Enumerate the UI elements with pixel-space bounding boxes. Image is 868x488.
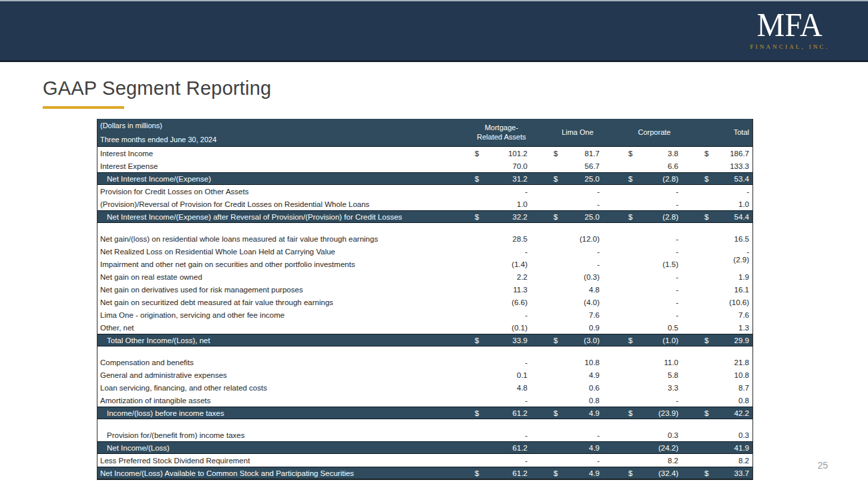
dollar-sign: $ bbox=[554, 336, 558, 344]
row-label: Impairment and other net gain on securit… bbox=[97, 260, 469, 268]
cell-corporate: 8.2 bbox=[602, 457, 680, 465]
dollar-sign: $ bbox=[554, 409, 558, 417]
cell-lima-one: 0.9 bbox=[529, 324, 602, 332]
cell-mortgage-related-assets: $33.9 bbox=[469, 336, 529, 344]
cell-mortgage-related-assets: - bbox=[469, 311, 529, 319]
row-label: Other, net bbox=[97, 324, 469, 332]
cell-corporate: - bbox=[602, 298, 680, 306]
row-label: Compensation and benefits bbox=[97, 358, 469, 367]
table-total-row: Income/(loss) before income taxes $61.2 … bbox=[97, 407, 752, 419]
cell-corporate: 6.6 bbox=[602, 162, 680, 170]
table-total-row: Net Interest Income/(Expense) after Reve… bbox=[97, 210, 752, 223]
table-row: Provision for/(benefit from) income taxe… bbox=[97, 429, 752, 441]
cell-mortgage-related-assets: - bbox=[469, 457, 529, 465]
cell-lima-one: - bbox=[529, 188, 602, 196]
cell-mortgage-related-assets: - bbox=[469, 358, 529, 367]
row-label: Net Interest Income/(Expense) bbox=[97, 175, 469, 183]
row-label: Net Income/(Loss) bbox=[97, 444, 469, 452]
dollar-sign: $ bbox=[554, 213, 558, 221]
cell-total: 1.3 bbox=[680, 324, 752, 332]
cell-lima-one: - bbox=[529, 200, 602, 208]
cell-mortgage-related-assets: 1.0 bbox=[469, 200, 529, 208]
table-row: Interest Expense 70.0 56.7 6.6 133.3 bbox=[97, 160, 752, 172]
dollar-sign: $ bbox=[704, 336, 708, 344]
cell-lima-one: 10.8 bbox=[529, 358, 602, 367]
dollar-sign: $ bbox=[628, 213, 632, 221]
cell-mortgage-related-assets: 61.2 bbox=[469, 444, 529, 452]
table-row: Loan servicing, financing, and other rel… bbox=[97, 381, 752, 394]
row-label: Amortization of intangible assets bbox=[97, 397, 469, 405]
table-header-row: (Dollars in millions) Three months ended… bbox=[97, 119, 752, 147]
cell-lima-one: 0.6 bbox=[529, 384, 602, 392]
table-section-gap bbox=[97, 346, 752, 356]
cell-mortgage-related-assets: (0.1) bbox=[469, 324, 529, 332]
cell-corporate: - bbox=[602, 397, 680, 405]
cell-total: - bbox=[680, 188, 752, 196]
mfa-logo: MFA FINANCIAL, INC. bbox=[750, 9, 829, 50]
cell-corporate: - bbox=[602, 188, 680, 196]
cell-total: $53.4 bbox=[680, 175, 752, 183]
cell-total: 16.5 bbox=[680, 235, 752, 243]
cell-corporate: $3.8 bbox=[602, 150, 680, 158]
row-label: Net Income/(Loss) Available to Common St… bbox=[97, 469, 469, 477]
period-note: Three months ended June 30, 2024 bbox=[100, 136, 469, 144]
cell-total: 7.6 bbox=[680, 311, 752, 319]
cell-corporate: $(1.0) bbox=[602, 336, 680, 344]
cell-lima-one: $25.0 bbox=[529, 175, 602, 183]
row-label: Income/(loss) before income taxes bbox=[97, 409, 469, 417]
cell-corporate: $(2.8) bbox=[602, 175, 680, 183]
cell-mortgage-related-assets: - bbox=[469, 248, 529, 256]
dollar-sign: $ bbox=[475, 213, 479, 221]
cell-lima-one: 4.8 bbox=[529, 286, 602, 294]
row-label: Loan servicing, financing, and other rel… bbox=[97, 384, 469, 392]
dollar-sign: $ bbox=[628, 409, 632, 417]
dollar-sign: $ bbox=[704, 213, 708, 221]
cell-total: 1.0 bbox=[680, 200, 752, 208]
row-label: Lima One - origination, servicing and ot… bbox=[97, 311, 469, 319]
cell-total: (2.9) bbox=[680, 260, 752, 268]
dollar-sign: $ bbox=[475, 469, 479, 477]
table-row: Impairment and other net gain on securit… bbox=[97, 258, 752, 270]
table-total-row: Total Other Income/(Loss), net $33.9 $(3… bbox=[97, 334, 752, 346]
cell-total: 8.7 bbox=[680, 384, 752, 392]
cell-corporate: $(23.9) bbox=[602, 409, 680, 417]
cell-mortgage-related-assets: $61.2 bbox=[469, 469, 529, 477]
dollar-sign: $ bbox=[628, 469, 632, 477]
page-number: 25 bbox=[817, 460, 828, 471]
column-header-total: Total bbox=[680, 128, 752, 137]
cell-lima-one: $4.9 bbox=[529, 469, 602, 477]
cell-corporate: 11.0 bbox=[602, 358, 680, 367]
cell-corporate: - bbox=[602, 273, 680, 281]
cell-corporate: - bbox=[602, 235, 680, 243]
row-label: Interest Expense bbox=[97, 162, 469, 170]
cell-mortgage-related-assets: 2.2 bbox=[469, 273, 529, 281]
cell-mortgage-related-assets: (1.4) bbox=[469, 260, 529, 268]
dollar-sign: $ bbox=[628, 175, 632, 183]
cell-corporate: $(32.4) bbox=[602, 469, 680, 477]
cell-total: 10.8 bbox=[680, 371, 752, 379]
cell-total: 16.1 bbox=[680, 286, 752, 294]
cell-mortgage-related-assets: - bbox=[469, 431, 529, 439]
cell-corporate: (1.5) bbox=[602, 260, 680, 268]
row-label: (Provision)/Reversal of Provision for Cr… bbox=[97, 200, 469, 208]
dollar-sign: $ bbox=[704, 409, 708, 417]
row-label: Net gain on real estate owned bbox=[97, 273, 469, 281]
dollar-sign: $ bbox=[704, 469, 708, 477]
cell-mortgage-related-assets: 70.0 bbox=[469, 162, 529, 170]
dollar-sign: $ bbox=[628, 150, 632, 158]
segment-reporting-table: (Dollars in millions) Three months ended… bbox=[97, 119, 753, 480]
row-label: Provision for/(benefit from) income taxe… bbox=[97, 431, 469, 439]
dollar-sign: $ bbox=[475, 150, 479, 158]
cell-total: (10.6) bbox=[680, 298, 752, 306]
cell-corporate: - bbox=[602, 248, 680, 256]
dollar-sign: $ bbox=[704, 150, 708, 158]
cell-lima-one: - bbox=[529, 457, 602, 465]
cell-total: 0.3 bbox=[680, 431, 752, 439]
cell-total: 8.2 bbox=[680, 457, 752, 465]
table-row: Amortization of intangible assets - 0.8 … bbox=[97, 394, 752, 407]
table-row: Other, net (0.1) 0.9 0.5 1.3 bbox=[97, 321, 752, 334]
table-total-row: Net Interest Income/(Expense) $31.2 $25.… bbox=[97, 172, 752, 185]
cell-corporate: 5.8 bbox=[602, 371, 680, 379]
cell-mortgage-related-assets: 0.1 bbox=[469, 371, 529, 379]
cell-lima-one: - bbox=[529, 248, 602, 256]
